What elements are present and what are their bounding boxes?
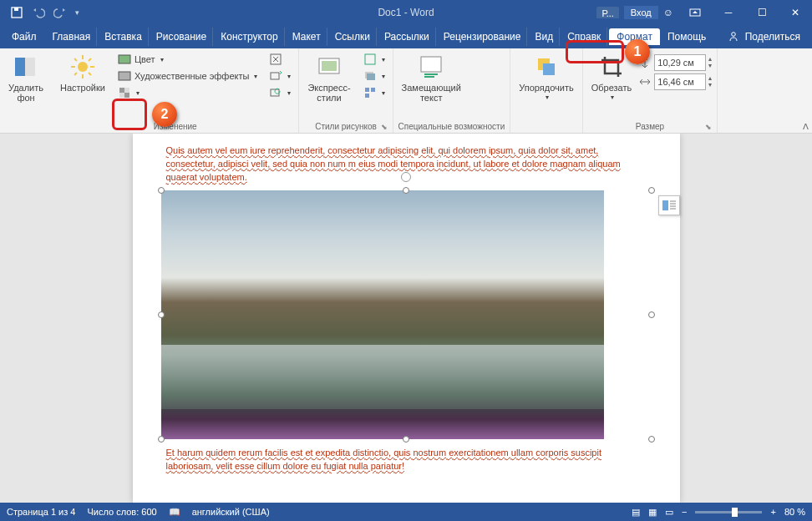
- height-stepper[interactable]: ▴▾: [708, 56, 712, 69]
- undo-icon[interactable]: [32, 6, 45, 19]
- language-status[interactable]: английский (США): [192, 507, 270, 517]
- reset-picture-button[interactable]: ▾: [266, 85, 293, 100]
- document-area[interactable]: Quis autem vel eum iure reprehenderit, c…: [0, 134, 812, 503]
- remove-background-button[interactable]: Удалить фон: [5, 52, 47, 133]
- color-button[interactable]: Цвет▾: [115, 52, 260, 67]
- svg-rect-36: [543, 63, 555, 75]
- tab-file[interactable]: Файл: [3, 28, 45, 46]
- group-size-label: Размер: [588, 122, 713, 133]
- tab-help-partial[interactable]: Справк: [561, 28, 607, 46]
- arrange-button[interactable]: Упорядочить▾: [515, 52, 576, 133]
- width-icon: [638, 75, 652, 89]
- arrange-icon: [533, 53, 560, 80]
- resize-handle[interactable]: [648, 436, 655, 443]
- resize-handle[interactable]: [158, 436, 165, 443]
- effects-icon: [363, 69, 377, 83]
- artistic-effects-button[interactable]: Художественные эффекты▾: [115, 68, 260, 83]
- height-input[interactable]: 10,29 см: [654, 54, 706, 71]
- redo-icon[interactable]: [53, 6, 67, 19]
- title-bar: ▾ Doc1 - Word Р... Вход ☺ ─ ☐ ✕: [0, 0, 812, 25]
- color-icon: [118, 53, 131, 66]
- corrections-button[interactable]: Настройки: [57, 52, 109, 122]
- resize-handle[interactable]: [648, 311, 655, 318]
- picture-border-button[interactable]: ▾: [361, 52, 388, 67]
- svg-rect-30: [371, 88, 375, 92]
- tab-help[interactable]: Помощь: [662, 28, 712, 46]
- compress-pictures-button[interactable]: [266, 52, 293, 67]
- size-launcher-icon[interactable]: ⬊: [705, 123, 712, 131]
- remove-background-icon: [13, 53, 39, 80]
- callout-1: 1: [625, 39, 650, 64]
- collapse-ribbon-icon[interactable]: ᐱ: [803, 122, 809, 131]
- svg-line-12: [89, 73, 91, 75]
- resize-handle[interactable]: [158, 311, 165, 318]
- width-value: 16,46 см: [657, 77, 694, 87]
- brightness-icon: [69, 53, 96, 80]
- callout-2: 2: [152, 102, 177, 127]
- minimize-button[interactable]: ─: [712, 0, 745, 25]
- svg-point-6: [78, 62, 88, 72]
- crop-icon: [598, 53, 625, 80]
- page-count[interactable]: Страница 1 из 4: [7, 507, 75, 517]
- svg-rect-22: [271, 73, 279, 79]
- read-mode-icon[interactable]: ▤: [632, 507, 640, 518]
- selected-picture[interactable]: [161, 190, 652, 439]
- resize-handle[interactable]: [648, 187, 655, 194]
- artistic-icon: [118, 69, 131, 83]
- tab-layout[interactable]: Макет: [287, 28, 327, 46]
- svg-line-11: [74, 58, 77, 61]
- zoom-slider[interactable]: [695, 511, 762, 513]
- zoom-in-button[interactable]: +: [770, 507, 775, 517]
- share-button[interactable]: Поделиться: [745, 31, 800, 43]
- paragraph-2[interactable]: Et harum quidem rerum facilis est et exp…: [166, 446, 647, 473]
- layout-options-button[interactable]: [658, 195, 680, 215]
- sign-in-button[interactable]: Вход: [624, 6, 658, 19]
- face-icon[interactable]: ☺: [663, 7, 673, 18]
- ribbon-options-icon[interactable]: [678, 0, 712, 25]
- transparency-icon: [118, 86, 131, 99]
- picture-tools-context-tab[interactable]: Р...: [596, 7, 618, 18]
- svg-rect-32: [421, 57, 441, 72]
- crop-button[interactable]: Обрезать▾: [588, 52, 636, 122]
- close-button[interactable]: ✕: [779, 0, 812, 25]
- transparency-button[interactable]: ▾: [115, 85, 260, 100]
- save-icon[interactable]: [10, 6, 23, 19]
- resize-handle[interactable]: [158, 187, 165, 194]
- styles-launcher-icon[interactable]: ⬊: [381, 123, 388, 131]
- change-picture-icon: [269, 69, 282, 83]
- tab-insert[interactable]: Вставка: [99, 28, 149, 46]
- svg-rect-4: [15, 58, 25, 76]
- picture-effects-button[interactable]: ▾: [361, 68, 388, 83]
- word-count[interactable]: Число слов: 600: [87, 507, 156, 517]
- tab-draw[interactable]: Рисование: [150, 28, 213, 46]
- alt-text-button[interactable]: Замещающий текст: [398, 52, 464, 122]
- web-layout-icon[interactable]: ▭: [665, 507, 673, 518]
- picture-styles-button[interactable]: Экспресс- стили: [304, 52, 353, 122]
- svg-rect-31: [365, 94, 369, 98]
- maximize-button[interactable]: ☐: [745, 0, 779, 25]
- rotate-handle[interactable]: [401, 172, 411, 182]
- resize-handle[interactable]: [403, 187, 409, 194]
- tab-view[interactable]: Вид: [529, 28, 560, 46]
- tab-mailings[interactable]: Рассылки: [378, 28, 436, 46]
- change-picture-button[interactable]: ▾: [266, 68, 293, 83]
- svg-line-13: [89, 58, 91, 61]
- resize-handle[interactable]: [403, 436, 409, 443]
- tab-home[interactable]: Главная: [47, 28, 98, 46]
- print-layout-icon[interactable]: ▦: [648, 507, 657, 518]
- qat-dropdown-icon[interactable]: ▾: [75, 8, 79, 17]
- picture-layout-button[interactable]: ▾: [361, 85, 388, 100]
- tab-review[interactable]: Рецензирование: [438, 28, 528, 46]
- picture-landscape[interactable]: [161, 190, 604, 439]
- window-title: Doc1 - Word: [378, 7, 434, 18]
- svg-rect-28: [367, 73, 375, 80]
- tab-references[interactable]: Ссылки: [329, 28, 377, 46]
- spellcheck-icon[interactable]: 📖: [169, 507, 180, 518]
- width-stepper[interactable]: ▴▾: [708, 75, 712, 89]
- page[interactable]: Quis autem vel eum iure reprehenderit, c…: [133, 134, 680, 503]
- zoom-out-button[interactable]: −: [682, 507, 687, 517]
- tab-design[interactable]: Конструктор: [215, 28, 284, 46]
- reset-icon: [269, 86, 282, 99]
- width-input[interactable]: 16,46 см: [654, 73, 706, 90]
- zoom-level[interactable]: 80 %: [784, 507, 805, 517]
